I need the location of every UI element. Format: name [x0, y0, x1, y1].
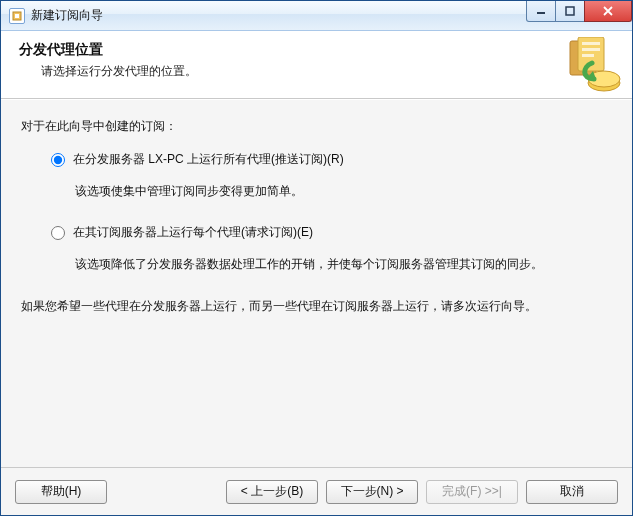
next-button-label: 下一步(N) > — [341, 483, 404, 500]
close-button[interactable] — [584, 1, 632, 22]
cancel-button[interactable]: 取消 — [526, 480, 618, 504]
titlebar: 新建订阅向导 — [1, 1, 632, 31]
footnote-text: 如果您希望一些代理在分发服务器上运行，而另一些代理在订阅服务器上运行，请多次运行… — [21, 297, 612, 316]
window-title: 新建订阅向导 — [31, 7, 103, 24]
svg-rect-8 — [582, 54, 594, 57]
wizard-window: 新建订阅向导 分发代理位置 请选择运行分发代理的位置。 — [0, 0, 633, 516]
next-button[interactable]: 下一步(N) > — [326, 480, 418, 504]
option-pull[interactable]: 在其订阅服务器上运行每个代理(请求订阅)(E) — [51, 224, 612, 241]
help-button-label: 帮助(H) — [41, 483, 82, 500]
wizard-header: 分发代理位置 请选择运行分发代理的位置。 — [1, 31, 632, 99]
wizard-footer: 帮助(H) < 上一步(B) 下一步(N) > 完成(F) >>| 取消 — [1, 467, 632, 515]
window-controls — [527, 1, 632, 22]
help-button[interactable]: 帮助(H) — [15, 480, 107, 504]
svg-rect-6 — [582, 42, 600, 45]
option-push-block: 在分发服务器 LX-PC 上运行所有代理(推送订阅)(R) 该选项使集中管理订阅… — [51, 151, 612, 200]
finish-button-label: 完成(F) >>| — [442, 483, 502, 500]
wizard-content: 对于在此向导中创建的订阅： 在分发服务器 LX-PC 上运行所有代理(推送订阅)… — [1, 99, 632, 467]
back-button[interactable]: < 上一步(B) — [226, 480, 318, 504]
page-subtitle: 请选择运行分发代理的位置。 — [41, 63, 614, 80]
option-pull-radio[interactable] — [51, 226, 65, 240]
svg-rect-2 — [537, 12, 545, 14]
option-pull-description: 该选项降低了分发服务器数据处理工作的开销，并使每个订阅服务器管理其订阅的同步。 — [75, 255, 612, 273]
app-icon — [9, 8, 25, 24]
wizard-graphic-icon — [568, 37, 624, 93]
maximize-button[interactable] — [555, 1, 585, 22]
minimize-button[interactable] — [526, 1, 556, 22]
option-pull-block: 在其订阅服务器上运行每个代理(请求订阅)(E) 该选项降低了分发服务器数据处理工… — [51, 224, 612, 273]
svg-rect-1 — [15, 14, 19, 18]
svg-rect-7 — [582, 48, 600, 51]
back-button-label: < 上一步(B) — [241, 483, 303, 500]
option-push-radio[interactable] — [51, 153, 65, 167]
finish-button: 完成(F) >>| — [426, 480, 518, 504]
svg-rect-3 — [566, 7, 574, 15]
option-push-label: 在分发服务器 LX-PC 上运行所有代理(推送订阅)(R) — [73, 151, 344, 168]
option-push-description: 该选项使集中管理订阅同步变得更加简单。 — [75, 182, 612, 200]
option-pull-label: 在其订阅服务器上运行每个代理(请求订阅)(E) — [73, 224, 313, 241]
cancel-button-label: 取消 — [560, 483, 584, 500]
intro-text: 对于在此向导中创建的订阅： — [21, 118, 612, 135]
option-push[interactable]: 在分发服务器 LX-PC 上运行所有代理(推送订阅)(R) — [51, 151, 612, 168]
page-heading: 分发代理位置 — [19, 41, 614, 59]
